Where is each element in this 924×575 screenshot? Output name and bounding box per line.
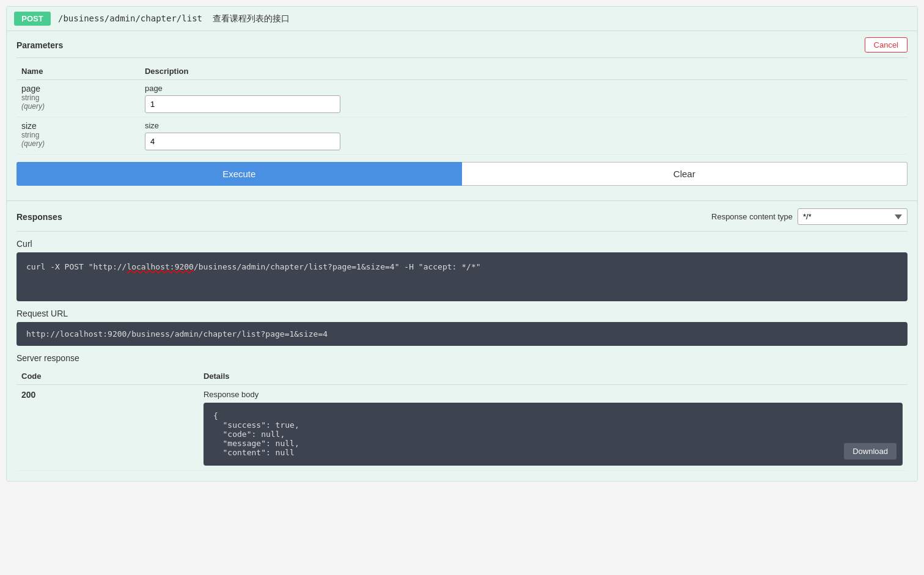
- param-description: size: [145, 121, 903, 130]
- param-name: size: [21, 121, 135, 131]
- server-response-table: Code Details 200 Response body { "succes…: [16, 368, 908, 471]
- request-url-block: http://localhost:9200/business/admin/cha…: [16, 322, 908, 346]
- response-body-block: { "success": true, "code": null, "messag…: [204, 403, 903, 466]
- curl-underlined: localhost:9200: [127, 262, 194, 271]
- param-input[interactable]: [145, 95, 340, 113]
- curl-title: Curl: [16, 239, 908, 249]
- method-badge: POST: [14, 12, 51, 26]
- curl-prefix: curl -X POST "http://: [26, 262, 127, 271]
- api-path: /business/admin/chapter/list 查看课程列表的接口: [58, 13, 290, 24]
- request-url-title: Request URL: [16, 309, 908, 318]
- param-location: (query): [21, 139, 135, 148]
- param-description: page: [145, 84, 903, 93]
- table-row: 200 Response body { "success": true, "co…: [16, 385, 908, 471]
- clear-button[interactable]: Clear: [462, 162, 908, 186]
- action-buttons: Execute Clear: [16, 162, 908, 186]
- curl-block: curl -X POST "http://localhost:9200/busi…: [16, 252, 908, 301]
- col-name: Name: [16, 63, 140, 80]
- execute-button[interactable]: Execute: [16, 162, 462, 186]
- api-container: POST /business/admin/chapter/list 查看课程列表…: [6, 6, 918, 482]
- response-body-title: Response body: [204, 390, 903, 399]
- response-body-content: { "success": true, "code": null, "messag…: [213, 411, 893, 457]
- content-type-select[interactable]: */* application/json text/plain: [798, 208, 908, 225]
- param-input[interactable]: [145, 133, 340, 150]
- col-description: Description: [140, 63, 908, 80]
- response-details-header: Details: [199, 368, 908, 385]
- curl-section: Curl curl -X POST "http://localhost:9200…: [16, 239, 908, 301]
- table-row: page string (query) page: [16, 80, 908, 117]
- param-location: (query): [21, 102, 135, 111]
- response-code-value: 200: [21, 390, 35, 400]
- download-button[interactable]: Download: [844, 443, 897, 460]
- curl-suffix: /business/admin/chapter/list?page=1&size…: [194, 262, 481, 271]
- responses-title: Responses: [16, 212, 62, 222]
- parameters-title: Parameters: [16, 40, 63, 50]
- parameters-header: Parameters Cancel: [16, 31, 908, 58]
- response-code-header: Code: [16, 368, 199, 385]
- content-type-label: Response content type: [711, 212, 793, 221]
- parameters-section: Parameters Cancel Name Description page …: [7, 31, 917, 200]
- param-type: string: [21, 131, 135, 139]
- request-url-section: Request URL http://localhost:9200/busine…: [16, 309, 908, 346]
- responses-section: Responses Response content type */* appl…: [7, 201, 917, 481]
- server-response-section: Server response Code Details 200 Respons…: [16, 353, 908, 471]
- responses-header: Responses Response content type */* appl…: [16, 201, 908, 232]
- parameters-table: Name Description page string (query) pag…: [16, 63, 908, 155]
- content-type-selector: Response content type */* application/js…: [711, 208, 908, 225]
- param-type: string: [21, 93, 135, 102]
- server-response-title: Server response: [16, 353, 908, 363]
- api-header: POST /business/admin/chapter/list 查看课程列表…: [7, 7, 917, 31]
- table-row: size string (query) size: [16, 117, 908, 155]
- param-name: page: [21, 84, 135, 93]
- cancel-button[interactable]: Cancel: [865, 37, 908, 53]
